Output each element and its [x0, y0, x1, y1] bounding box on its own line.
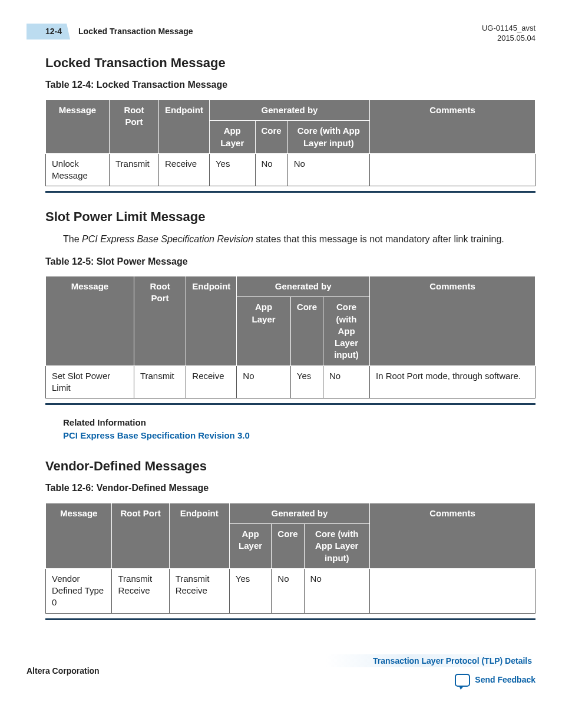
- heading-locked-transaction: Locked Transaction Message: [27, 54, 535, 72]
- cell-endpoint: Receive: [186, 365, 237, 398]
- footer-right: Transaction Layer Protocol (TLP) Details…: [326, 655, 535, 687]
- page-footer: Altera Corporation Transaction Layer Pro…: [27, 655, 535, 687]
- cell-core: No: [255, 153, 287, 186]
- header-title: Locked Transaction Message: [78, 26, 193, 37]
- cell-root-port: Transmit: [134, 365, 186, 398]
- cell-root-port: Transmit: [109, 153, 158, 186]
- section-slot-power: Slot Power Limit Message The PCI Express…: [27, 208, 535, 442]
- table-row: Vendor Defined Type 0 Transmit Receive T…: [46, 568, 535, 613]
- slot-power-para: The PCI Express Base Specification Revis…: [27, 233, 535, 246]
- th-message: Message: [46, 276, 134, 366]
- doc-id: UG-01145_avst: [482, 24, 535, 34]
- related-info-block: Related Information PCI Express Base Spe…: [27, 417, 535, 442]
- header-right: UG-01145_avst 2015.05.04: [482, 24, 535, 44]
- cell-message: Unlock Message: [46, 153, 110, 186]
- th-app-layer: App Layer: [209, 121, 255, 154]
- cell-app-layer: No: [237, 365, 290, 398]
- th-generated-by: Generated by: [209, 100, 369, 121]
- feedback-label: Send Feedback: [475, 674, 535, 686]
- cell-endpoint: Transmit Receive: [169, 568, 229, 613]
- para-em: PCI Express Base Specification Revision: [82, 234, 253, 244]
- heading-vendor-defined: Vendor-Defined Messages: [27, 457, 535, 475]
- th-core-app: Core (with App Layer input): [287, 121, 369, 154]
- th-message: Message: [46, 100, 110, 154]
- page-header: 12-4 Locked Transaction Message UG-01145…: [27, 24, 535, 44]
- th-core: Core: [272, 524, 304, 569]
- cell-message: Set Slot Power Limit: [46, 365, 134, 398]
- cell-endpoint: Receive: [158, 153, 209, 186]
- th-root-port: Root Port: [134, 276, 186, 366]
- th-generated-by: Generated by: [237, 276, 370, 297]
- cell-core: Yes: [290, 365, 323, 398]
- th-message: Message: [46, 503, 112, 568]
- para-pre: The: [63, 234, 82, 244]
- th-core: Core: [255, 121, 287, 154]
- cell-core-app: No: [287, 153, 369, 186]
- section-vendor-defined: Vendor-Defined Messages Table 12-6: Vend…: [27, 457, 535, 620]
- page-number-badge: 12-4: [27, 24, 70, 39]
- heading-slot-power: Slot Power Limit Message: [27, 208, 535, 226]
- cell-message: Vendor Defined Type 0: [46, 568, 112, 613]
- cell-core-app: No: [323, 365, 370, 398]
- doc-date: 2015.05.04: [482, 34, 535, 44]
- cell-comments: In Root Port mode, through software.: [370, 365, 535, 398]
- para-post: states that this message is not mandator…: [253, 234, 504, 244]
- cell-core-app: No: [304, 568, 369, 613]
- th-app-layer: App Layer: [237, 297, 290, 365]
- cell-core: No: [272, 568, 304, 613]
- cell-comments: [370, 568, 535, 613]
- th-app-layer: App Layer: [229, 524, 272, 569]
- footer-tlp-link[interactable]: Transaction Layer Protocol (TLP) Details: [326, 654, 535, 667]
- th-core: Core: [290, 297, 323, 365]
- related-info-link[interactable]: PCI Express Base Specification Revision …: [63, 430, 535, 442]
- th-endpoint: Endpoint: [169, 503, 229, 568]
- cell-root-port: Transmit Receive: [112, 568, 169, 613]
- table-caption-12-4: Table 12-4: Locked Transaction Message: [27, 78, 535, 91]
- related-info-title: Related Information: [63, 417, 535, 429]
- th-endpoint: Endpoint: [158, 100, 209, 154]
- send-feedback-link[interactable]: Send Feedback: [326, 674, 535, 687]
- footer-corp: Altera Corporation: [27, 666, 100, 677]
- cell-app-layer: Yes: [229, 568, 272, 613]
- table-rule: [45, 618, 535, 620]
- table-12-5: Message Root Port Endpoint Generated by …: [45, 276, 535, 398]
- table-caption-12-5: Table 12-5: Slot Power Message: [27, 255, 535, 268]
- table-row: Unlock Message Transmit Receive Yes No N…: [46, 153, 535, 186]
- cell-app-layer: Yes: [209, 153, 255, 186]
- th-comments: Comments: [370, 100, 535, 154]
- table-12-4: Message Root Port Endpoint Generated by …: [45, 100, 535, 186]
- table-row: Set Slot Power Limit Transmit Receive No…: [46, 365, 535, 398]
- th-core-app: Core (with App Layer input): [304, 524, 369, 569]
- th-comments: Comments: [370, 503, 535, 568]
- speech-bubble-icon: [455, 674, 470, 687]
- section-locked-transaction: Locked Transaction Message Table 12-4: L…: [27, 54, 535, 193]
- th-endpoint: Endpoint: [186, 276, 237, 366]
- table-rule: [45, 191, 535, 193]
- th-root-port: Root Port: [109, 100, 158, 154]
- table-rule: [45, 403, 535, 405]
- cell-comments: [370, 153, 535, 186]
- th-root-port: Root Port: [112, 503, 169, 568]
- th-generated-by: Generated by: [229, 503, 369, 523]
- th-comments: Comments: [370, 276, 535, 366]
- table-caption-12-6: Table 12-6: Vendor-Defined Message: [27, 482, 535, 495]
- table-12-6: Message Root Port Endpoint Generated by …: [45, 503, 535, 614]
- th-core-app: Core (with App Layer input): [323, 297, 370, 365]
- header-left: 12-4 Locked Transaction Message: [27, 24, 193, 39]
